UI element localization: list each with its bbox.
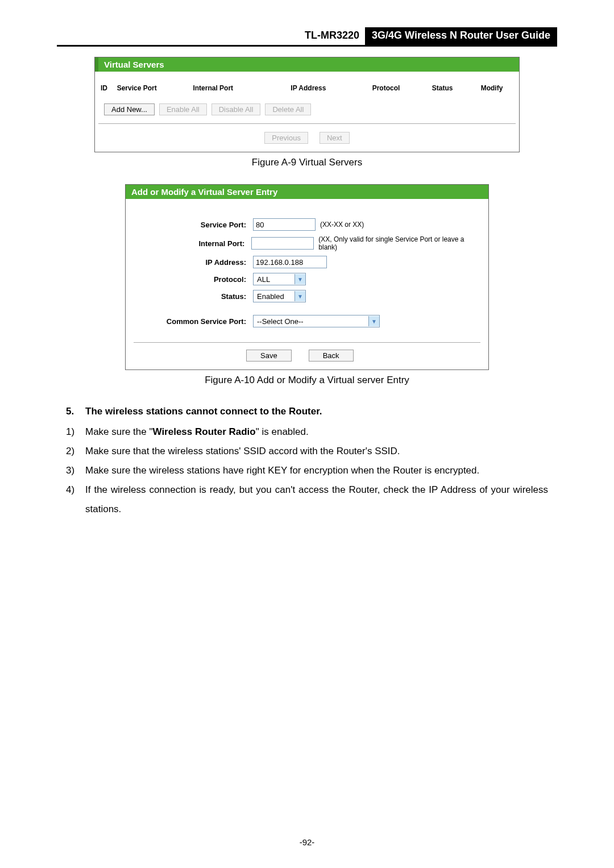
status-label: Status: <box>132 292 253 301</box>
figure-a9-caption: Figure A-9 Virtual Servers <box>57 157 557 168</box>
list-item: 1) Make sure the "Wireless Router Radio"… <box>66 422 548 442</box>
col-ip-address: IP Address <box>291 84 372 92</box>
doc-title: 3G/4G Wireless N Router User Guide <box>365 27 557 45</box>
chevron-down-icon: ▼ <box>368 316 379 326</box>
model-number: TL-MR3220 <box>299 27 365 45</box>
save-button[interactable]: Save <box>246 350 292 362</box>
body-text: 5. The wireless stations cannot connect … <box>66 402 548 519</box>
section-number: 5. <box>66 402 85 421</box>
add-new-button[interactable]: Add New... <box>104 103 155 115</box>
instruction-list: 1) Make sure the "Wireless Router Radio"… <box>66 422 548 519</box>
delete-all-button[interactable]: Delete All <box>265 103 311 115</box>
add-modify-panel: Add or Modify a Virtual Server Entry Ser… <box>125 184 489 370</box>
list-item: 4) If the wireless connection is ready, … <box>66 480 548 519</box>
panel-title: Add or Modify a Virtual Server Entry <box>126 185 488 199</box>
col-status: Status <box>432 84 481 92</box>
enable-all-button[interactable]: Enable All <box>159 103 207 115</box>
chevron-down-icon: ▼ <box>294 291 305 301</box>
pager-row: Previous Next <box>95 124 519 152</box>
doc-header: TL-MR3220 3G/4G Wireless N Router User G… <box>57 27 557 47</box>
col-internal-port: Internal Port <box>193 84 291 92</box>
protocol-value: ALL <box>254 275 294 284</box>
list-item: 3) Make sure the wireless stations have … <box>66 461 548 480</box>
col-modify: Modify <box>481 84 513 92</box>
internal-port-input[interactable] <box>251 237 314 250</box>
col-protocol: Protocol <box>372 84 432 92</box>
internal-port-label: Internal Port: <box>132 239 251 248</box>
service-port-hint: (XX-XX or XX) <box>320 221 364 229</box>
status-select[interactable]: Enabled ▼ <box>253 290 306 302</box>
internal-port-hint: (XX, Only valid for single Service Port … <box>318 235 482 251</box>
disable-all-button[interactable]: Disable All <box>211 103 261 115</box>
section-title: The wireless stations cannot connect to … <box>85 402 322 421</box>
previous-button[interactable]: Previous <box>264 132 308 144</box>
col-id: ID <box>101 84 117 92</box>
common-service-port-label: Common Service Port: <box>132 317 253 326</box>
protocol-select[interactable]: ALL ▼ <box>253 273 306 285</box>
next-button[interactable]: Next <box>320 132 350 144</box>
ip-address-input[interactable] <box>253 256 327 268</box>
back-button[interactable]: Back <box>309 350 354 362</box>
panel-title: Virtual Servers <box>95 57 519 72</box>
col-service-port: Service Port <box>117 84 193 92</box>
protocol-label: Protocol: <box>132 275 253 284</box>
table-header-row: ID Service Port Internal Port IP Address… <box>95 72 519 103</box>
chevron-down-icon: ▼ <box>294 274 305 284</box>
service-port-label: Service Port: <box>132 221 253 229</box>
action-buttons-row: Add New... Enable All Disable All Delete… <box>98 103 516 124</box>
common-service-port-value: --Select One-- <box>254 317 368 326</box>
service-port-input[interactable] <box>253 218 316 231</box>
ip-address-label: IP Address: <box>132 258 253 267</box>
list-item: 2) Make sure that the wireless stations'… <box>66 442 548 461</box>
page-number: -92- <box>57 837 557 847</box>
virtual-servers-panel: Virtual Servers ID Service Port Internal… <box>94 57 520 152</box>
figure-a10-caption: Figure A-10 Add or Modify a Virtual serv… <box>57 375 557 386</box>
common-service-port-select[interactable]: --Select One-- ▼ <box>253 315 380 327</box>
status-value: Enabled <box>254 292 294 301</box>
